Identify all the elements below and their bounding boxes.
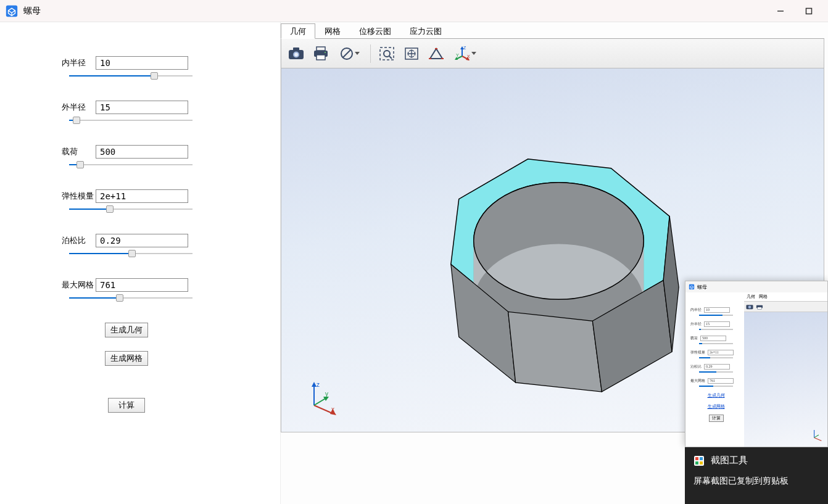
svg-line-49 <box>814 435 819 437</box>
param-row: 载荷 <box>62 145 268 159</box>
viewport-toolbar: Z X Y <box>281 39 824 68</box>
generate-mesh-button[interactable]: 生成网格 <box>105 351 148 366</box>
thumbnail-toolbar <box>744 302 827 312</box>
camera-icon[interactable] <box>285 43 307 65</box>
param-label-poisson: 泊松比 <box>62 235 96 246</box>
svg-rect-53 <box>695 461 698 465</box>
thumbnail-param-panel: 内半径10 外半径15 载荷500 弹性模量2e+11 泊松比0.29 最大网格… <box>685 292 744 447</box>
max-mesh-slider[interactable] <box>69 294 193 302</box>
svg-rect-4 <box>293 48 299 51</box>
forbid-dropdown[interactable] <box>334 43 365 65</box>
svg-text:y: y <box>325 390 328 397</box>
camera-icon <box>746 303 753 310</box>
svg-point-44 <box>748 305 751 308</box>
param-label-maxmesh: 最大网格 <box>62 279 96 291</box>
svg-rect-7 <box>317 47 325 51</box>
parameter-panel: 内半径 外半径 载荷 弹性模量 泊松比 <box>0 22 281 504</box>
svg-line-48 <box>814 437 822 440</box>
param-label-elastic: 弹性模量 <box>62 191 96 202</box>
thumbnail-gen-mesh: 生成网格 <box>708 403 725 410</box>
svg-text:z: z <box>317 381 320 388</box>
param-row: 最大网格 <box>62 278 268 292</box>
svg-rect-46 <box>758 307 761 310</box>
thumbnail-gen-geo: 生成几何 <box>708 392 725 399</box>
thumbnail-window: 螺母 内半径10 外半径15 载荷500 弹性模量2e+11 泊松比0.29 最… <box>685 281 828 447</box>
poisson-ratio-input[interactable] <box>96 234 188 247</box>
thumbnail-title: 螺母 <box>697 284 707 291</box>
printer-icon <box>756 303 763 310</box>
printer-icon[interactable] <box>310 43 332 65</box>
svg-point-6 <box>294 52 298 56</box>
inner-radius-slider[interactable] <box>69 72 193 80</box>
thumbnail-viewport <box>744 312 827 447</box>
toast-notification[interactable]: 截图工具 屏幕截图已复制到剪贴板 <box>685 447 828 504</box>
elastic-modulus-input[interactable] <box>96 189 188 203</box>
svg-marker-34 <box>312 382 317 387</box>
param-label-inner-radius: 内半径 <box>62 57 96 68</box>
app-icon <box>5 4 19 18</box>
thumbnail-calc: 计算 <box>709 415 724 422</box>
svg-point-14 <box>384 51 390 57</box>
toolbar-separator <box>370 44 371 63</box>
chevron-down-icon <box>471 52 476 55</box>
tab-mesh[interactable]: 网格 <box>315 23 350 38</box>
param-label-outer-radius: 外半径 <box>62 102 96 113</box>
window-title: 螺母 <box>23 6 41 17</box>
snip-tool-icon <box>693 455 705 466</box>
elastic-modulus-slider[interactable] <box>69 205 193 213</box>
svg-rect-51 <box>695 457 698 460</box>
svg-line-12 <box>343 50 350 57</box>
toast-title: 截图工具 <box>711 455 748 466</box>
max-mesh-input[interactable] <box>96 278 188 292</box>
load-slider[interactable] <box>69 161 193 168</box>
svg-rect-52 <box>700 457 703 460</box>
outer-radius-slider[interactable] <box>69 117 193 124</box>
thumbnail-tabs: 几何网格 <box>744 292 827 302</box>
calculate-button[interactable]: 计算 <box>108 398 145 413</box>
app-icon <box>689 284 695 290</box>
generate-geometry-button[interactable]: 生成几何 <box>105 323 148 337</box>
poisson-ratio-slider[interactable] <box>69 250 193 257</box>
svg-line-15 <box>389 56 392 59</box>
svg-line-37 <box>314 398 326 405</box>
action-button-group: 生成几何 生成网格 计算 <box>62 323 191 413</box>
svg-text:Y: Y <box>456 53 459 57</box>
chevron-down-icon <box>355 52 360 55</box>
toast-message: 屏幕截图已复制到剪贴板 <box>693 475 819 487</box>
titlebar: 螺母 <box>0 0 828 22</box>
zoom-box-icon[interactable] <box>376 43 398 65</box>
svg-marker-30 <box>508 312 602 392</box>
param-row: 泊松比 <box>62 234 268 247</box>
measure-icon[interactable] <box>425 43 447 65</box>
inner-radius-input[interactable] <box>96 56 188 70</box>
axis-dropdown[interactable]: Z X Y <box>450 43 481 65</box>
svg-text:Z: Z <box>463 46 466 50</box>
param-label-load: 载荷 <box>62 146 96 157</box>
tab-displacement[interactable]: 位移云图 <box>350 23 400 38</box>
axis-triad: z x y <box>303 379 340 416</box>
svg-text:X: X <box>467 54 470 59</box>
param-row: 内半径 <box>62 56 268 70</box>
minimize-button[interactable] <box>766 2 795 20</box>
outer-radius-input[interactable] <box>96 101 188 114</box>
tab-geometry[interactable]: 几何 <box>281 23 315 39</box>
svg-rect-2 <box>806 8 812 14</box>
axis-triad <box>810 428 824 442</box>
param-row: 外半径 <box>62 101 268 114</box>
tab-stress[interactable]: 应力云图 <box>400 23 451 38</box>
param-row: 弹性模量 <box>62 189 268 203</box>
svg-rect-54 <box>700 461 703 465</box>
view-tabs: 几何 网格 位移云图 应力云图 <box>281 24 824 39</box>
load-input[interactable] <box>96 145 188 159</box>
svg-text:x: x <box>331 406 334 413</box>
thumbnail-titlebar: 螺母 <box>685 281 827 292</box>
fit-icon[interactable] <box>400 43 423 65</box>
maximize-button[interactable] <box>795 2 823 20</box>
svg-point-10 <box>325 52 326 53</box>
svg-rect-9 <box>317 55 325 60</box>
